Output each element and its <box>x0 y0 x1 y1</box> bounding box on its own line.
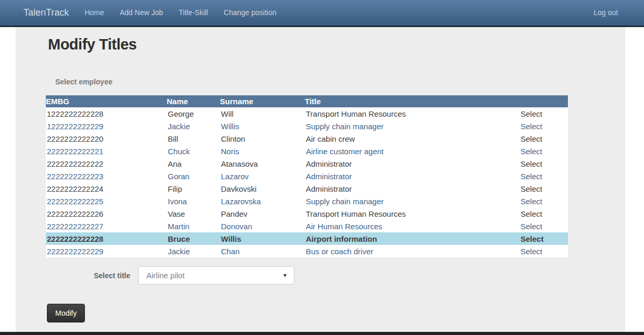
cell-embg: 2222222222225 <box>46 195 167 207</box>
select-row-link[interactable]: Select <box>521 122 542 131</box>
table-row: 2222222222223 Goran Lazarov Administrato… <box>46 170 568 182</box>
table-row: 2222222222229 Jackie Chan Bus or coach d… <box>46 245 568 257</box>
cell-title: Bus or coach driver <box>305 245 519 257</box>
cell-name: Vase <box>167 207 220 220</box>
cell-title: Transport Human Resources <box>305 207 519 220</box>
cell-title: Transport Human Resources <box>305 107 519 120</box>
select-row-link[interactable]: Select <box>521 197 542 206</box>
cell-name: Chuck <box>167 145 220 157</box>
select-employee-label: Select employee <box>55 78 625 86</box>
cell-surname: Noris <box>220 145 305 157</box>
main-content: Modify Titles Select employee EMBG Name … <box>16 27 625 335</box>
cell-surname: Willis <box>220 120 305 132</box>
cell-surname: Davkovski <box>220 182 305 195</box>
select-row-link[interactable]: Select <box>521 184 542 193</box>
table-row: 2222222222222 Ana Atanasova Administrato… <box>46 157 568 170</box>
cell-embg: 2222222222222 <box>46 157 167 170</box>
modify-button[interactable]: Modify <box>47 304 85 322</box>
cell-surname: Willis <box>220 232 305 245</box>
header-surname: Surname <box>220 95 305 107</box>
cell-name: Filip <box>167 182 220 195</box>
cell-name: Jackie <box>167 120 220 132</box>
nav-item-add-new-job[interactable]: Add New Job <box>112 0 171 26</box>
select-row-link[interactable]: Select <box>521 247 542 256</box>
cell-embg: 2222222222229 <box>46 245 167 257</box>
table-row: 2222222222225 Ivona Lazarovska Supply ch… <box>46 195 568 207</box>
cell-surname: Donovan <box>220 220 305 232</box>
cell-name: Ivona <box>167 195 220 207</box>
select-row-link[interactable]: Select <box>521 159 542 168</box>
table-header-row: EMBG Name Surname Title <box>46 95 568 107</box>
cell-embg: 2222222222223 <box>46 170 167 182</box>
table-row: 2222222222226 Vase Pandev Transport Huma… <box>46 207 568 220</box>
cell-name: Ana <box>167 157 220 170</box>
cell-embg: 2222222222224 <box>46 182 167 195</box>
cell-embg: 2222222222226 <box>46 207 167 220</box>
table-row: 2222222222220 Bill Clinton Air cabin cre… <box>46 132 568 145</box>
employee-table: EMBG Name Surname Title 1222222222228 Ge… <box>46 95 568 257</box>
cell-name: Bill <box>167 132 220 145</box>
cell-embg: 2222222222221 <box>46 145 167 157</box>
select-row-link[interactable]: Select <box>521 134 542 143</box>
cell-name: Martin <box>167 220 220 232</box>
table-row: 1222222222228 George Will Transport Huma… <box>46 107 568 120</box>
cell-embg: 1222222222229 <box>46 120 167 132</box>
nav-item-title-skill[interactable]: Title-Skill <box>171 0 216 26</box>
select-row-link[interactable]: Select <box>521 222 542 231</box>
select-row-link[interactable]: Select <box>521 172 542 181</box>
title-dropdown[interactable]: Airline pilot ▼ <box>138 266 294 284</box>
table-row: 2222222222228 Bruce Willis Airport infor… <box>46 232 568 245</box>
cell-title: Supply chain manager <box>305 195 519 207</box>
cell-surname: Lazarov <box>220 170 305 182</box>
page-title: Modify Titles <box>48 36 625 53</box>
cell-name: Goran <box>167 170 220 182</box>
top-navbar: TalenTrack Home Add New Job Title-Skill … <box>0 0 644 27</box>
cell-title: Administrator <box>305 182 519 195</box>
cell-name: Jackie <box>167 245 220 257</box>
cell-title: Air Human Resources <box>305 220 519 232</box>
nav-item-logout[interactable]: Log out <box>586 0 618 26</box>
header-select <box>519 95 568 107</box>
cell-name: Bruce <box>167 232 220 245</box>
cell-surname: Lazarovska <box>220 195 305 207</box>
select-row-link[interactable]: Select <box>521 109 542 118</box>
title-dropdown-value: Airline pilot <box>146 271 184 280</box>
select-title-label: Select title <box>16 271 130 280</box>
cell-surname: Clinton <box>220 132 305 145</box>
cell-name: George <box>167 107 220 120</box>
cell-embg: 2222222222220 <box>46 132 167 145</box>
caret-down-icon: ▼ <box>282 272 288 278</box>
table-row: 2222222222224 Filip Davkovski Administra… <box>46 182 568 195</box>
cell-title: Airport information <box>305 232 519 245</box>
select-row-link[interactable]: Select <box>521 234 543 243</box>
cell-title: Supply chain manager <box>305 120 519 132</box>
select-title-row: Select title Airline pilot ▼ <box>16 266 625 284</box>
cell-embg: 2222222222227 <box>46 220 167 232</box>
nav-item-change-position[interactable]: Change position <box>216 0 284 26</box>
cell-surname: Will <box>220 107 305 120</box>
select-row-link[interactable]: Select <box>521 147 542 156</box>
cell-surname: Chan <box>220 245 305 257</box>
cell-title: Administrator <box>305 170 519 182</box>
select-row-link[interactable]: Select <box>521 209 542 218</box>
cell-surname: Atanasova <box>220 157 305 170</box>
cell-embg: 2222222222228 <box>46 232 167 245</box>
cell-embg: 1222222222228 <box>46 107 167 120</box>
cell-title: Airline customer agent <box>305 145 519 157</box>
table-row: 2222222222221 Chuck Noris Airline custom… <box>46 145 568 157</box>
footer-bar <box>0 332 644 335</box>
table-row: 1222222222229 Jackie Willis Supply chain… <box>46 120 568 132</box>
cell-title: Administrator <box>305 157 519 170</box>
header-name: Name <box>167 95 220 107</box>
header-embg: EMBG <box>46 95 167 107</box>
brand-logo[interactable]: TalenTrack <box>23 7 69 18</box>
header-title: Title <box>305 95 519 107</box>
cell-surname: Pandev <box>220 207 305 220</box>
nav-item-home[interactable]: Home <box>77 0 112 26</box>
table-row: 2222222222227 Martin Donovan Air Human R… <box>46 220 568 232</box>
cell-title: Air cabin crew <box>305 132 519 145</box>
